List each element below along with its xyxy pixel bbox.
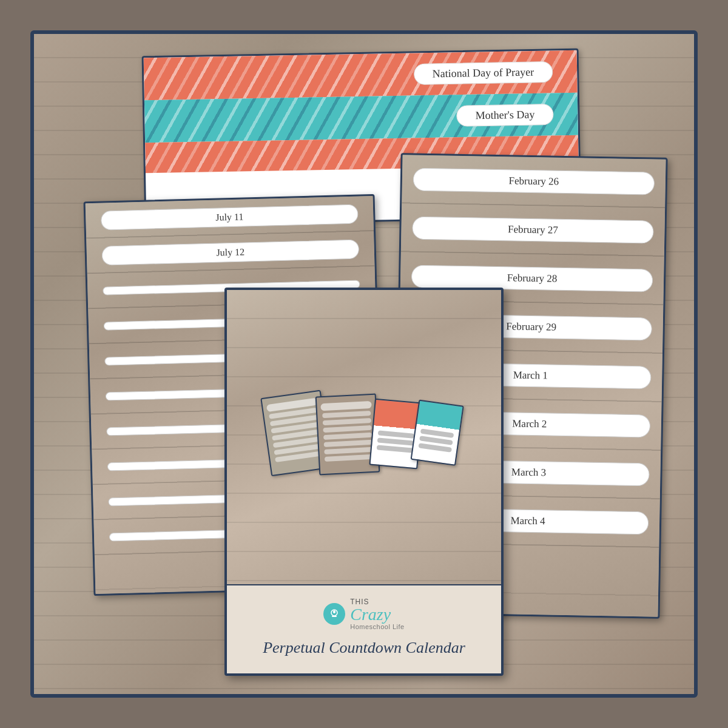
date-oval-2: July 12 [101, 239, 359, 265]
mini-cards-illustration [257, 395, 472, 474]
teal-chevron-row: Mother's Day [144, 93, 578, 143]
outer-frame: National Day of Prayer Mother's Day July… [30, 30, 698, 698]
holiday-label-2: Mother's Day [456, 104, 553, 127]
card-front-bottom: This Crazy Homeschool Life Perpetual Cou… [227, 584, 501, 673]
date-oval-right-2: February 27 [412, 216, 654, 243]
brand-icon [323, 603, 345, 625]
svg-rect-1 [333, 610, 335, 613]
front-cover-card: This Crazy Homeschool Life Perpetual Cou… [224, 288, 504, 676]
brand-crazy-text: Crazy [350, 606, 391, 623]
date-oval-right-1: February 26 [413, 167, 655, 195]
date-row-right: February 26 [402, 155, 666, 208]
mini-card-right-teal [410, 399, 463, 465]
holiday-label-1: National Day of Prayer [413, 61, 553, 85]
date-row-right: February 27 [401, 203, 665, 257]
card-front-wood [227, 290, 501, 584]
brand-homeschool-text: Homeschool Life [350, 623, 404, 630]
svg-rect-2 [332, 616, 337, 617]
brand-logo: This Crazy Homeschool Life [242, 598, 486, 630]
coral-chevron-row: National Day of Prayer [144, 50, 578, 100]
calendar-title: Perpetual Countdown Calendar [242, 638, 486, 658]
date-oval-1: July 11 [101, 204, 359, 230]
brand-text: This Crazy Homeschool Life [350, 598, 404, 630]
